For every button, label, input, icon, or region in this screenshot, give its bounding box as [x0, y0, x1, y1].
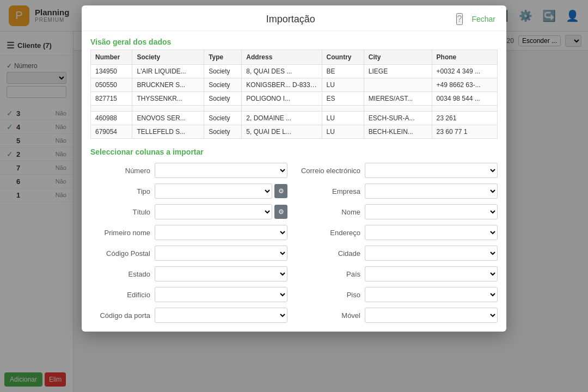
select-estado[interactable]	[155, 266, 287, 281]
label-numero: Número	[90, 167, 150, 175]
cell-country: ES	[322, 92, 364, 106]
selectors-title: Seleccionar colunas a importar	[90, 148, 498, 156]
cell-address: POLIGONO I...	[242, 92, 322, 106]
cell-number: 679054	[91, 125, 132, 139]
select-wrap-titulo: ⚙	[155, 204, 287, 219]
cell-country: LU	[322, 112, 364, 125]
label-piso: Piso	[301, 291, 360, 299]
cell-address: 2, DOMAINE ...	[242, 112, 322, 125]
label-edificio: Edifício	[90, 291, 150, 299]
cell-country	[322, 106, 364, 112]
cell-phone: 23 261	[432, 112, 497, 125]
select-wrap-codigo-postal	[155, 246, 287, 261]
modal-title: Importação	[125, 14, 456, 25]
label-movel: Móvel	[301, 311, 360, 320]
select-piso[interactable]	[365, 287, 498, 302]
select-wrap-edificio	[155, 287, 287, 302]
select-wrap-piso	[365, 287, 498, 302]
select-wrap-cidade	[365, 246, 498, 261]
selectors-section: Seleccionar colunas a importar Número Co…	[82, 143, 506, 332]
cell-type: Society	[204, 112, 242, 125]
select-numero[interactable]	[155, 163, 287, 178]
label-primeiro-nome: Primeiro nome	[90, 229, 150, 237]
cell-phone	[432, 106, 497, 112]
cell-society: ENOVOS SER...	[132, 112, 204, 125]
select-primeiro-nome[interactable]	[155, 225, 287, 240]
select-cidade[interactable]	[365, 246, 498, 261]
data-table: Number Society Type Address Country City…	[90, 50, 498, 139]
select-titulo[interactable]	[155, 204, 272, 219]
cell-society: L'AIR LIQUIDE...	[132, 65, 204, 78]
cell-type: Society	[204, 78, 242, 92]
cell-phone: +49 8662 63-...	[432, 78, 497, 92]
table-row: 460988 ENOVOS SER... Society 2, DOMAINE …	[91, 112, 498, 125]
cell-country: LU	[322, 78, 364, 92]
selectors-grid: Número Correio electrónico Tipo	[90, 163, 498, 323]
select-email[interactable]	[365, 163, 498, 178]
select-codigo-postal[interactable]	[155, 246, 287, 261]
cell-phone: 23 60 77 1	[432, 125, 497, 139]
label-tipo: Tipo	[90, 187, 150, 195]
field-row-empresa: Empresa	[301, 183, 498, 199]
cell-city	[364, 106, 432, 112]
field-row-nome: Nome	[301, 204, 498, 219]
cell-number	[91, 106, 132, 112]
select-codigo-porta[interactable]	[155, 308, 287, 323]
field-row-titulo: Título ⚙	[90, 204, 287, 219]
cell-type	[204, 106, 242, 112]
field-row-codigo-postal: Código Postal	[90, 246, 287, 261]
gear-tipo-button[interactable]: ⚙	[274, 184, 287, 198]
cell-address: KONIGSBER... D-83313 SIE...	[242, 78, 322, 92]
cell-address: 5, QUAI DE L...	[242, 125, 322, 139]
cell-society	[132, 106, 204, 112]
select-movel[interactable]	[365, 308, 498, 323]
close-button[interactable]: Fechar	[471, 15, 495, 23]
select-wrap-primeiro-nome	[155, 225, 287, 240]
select-wrap-pais	[365, 266, 498, 281]
select-wrap-codigo-porta	[155, 308, 287, 323]
col-address: Address	[242, 50, 322, 65]
field-row-edificio: Edifício	[90, 287, 287, 302]
select-wrap-movel	[365, 308, 498, 323]
cell-address: 8, QUAI DES ...	[242, 65, 322, 78]
col-city: City	[364, 50, 432, 65]
cell-address	[242, 106, 322, 112]
cell-phone: +0032 4 349 ...	[432, 65, 497, 78]
select-wrap-email	[365, 163, 498, 178]
table-row: 134950 L'AIR LIQUIDE... Society 8, QUAI …	[91, 65, 498, 78]
cell-city: BECH-KLEIN...	[364, 125, 432, 139]
select-empresa[interactable]	[365, 183, 498, 199]
field-row-cidade: Cidade	[301, 246, 498, 261]
cell-number: 050550	[91, 78, 132, 92]
field-row-tipo: Tipo ⚙	[90, 183, 287, 199]
cell-society: BRUCKNER S...	[132, 78, 204, 92]
field-row-pais: País	[301, 266, 498, 281]
cell-number: 827715	[91, 92, 132, 106]
field-row-endereco: Endereço	[301, 225, 498, 240]
field-row-piso: Piso	[301, 287, 498, 302]
label-empresa: Empresa	[301, 187, 360, 195]
table-row: 679054 TELLEFELD S... Society 5, QUAI DE…	[91, 125, 498, 139]
cell-city: ESCH-SUR-A...	[364, 112, 432, 125]
label-codigo-postal: Código Postal	[90, 249, 150, 258]
select-pais[interactable]	[365, 266, 498, 281]
cell-city	[364, 78, 432, 92]
label-email: Correio electrónico	[301, 167, 360, 175]
select-wrap-nome	[365, 204, 498, 219]
select-wrap-empresa	[365, 183, 498, 199]
select-edificio[interactable]	[155, 287, 287, 302]
import-modal: Importação ? Fechar Visão geral dos dado…	[82, 5, 506, 332]
col-phone: Phone	[432, 50, 497, 65]
select-nome[interactable]	[365, 204, 498, 219]
select-tipo[interactable]	[155, 183, 272, 199]
cell-number: 134950	[91, 65, 132, 78]
gear-titulo-button[interactable]: ⚙	[274, 205, 287, 219]
select-endereco[interactable]	[365, 225, 498, 240]
modal-overlay: Importação ? Fechar Visão geral dos dado…	[0, 0, 588, 392]
select-wrap-endereco	[365, 225, 498, 240]
help-button[interactable]: ?	[456, 13, 463, 25]
data-overview-title: Visão geral dos dados	[82, 31, 506, 50]
cell-city: MIERES/AST...	[364, 92, 432, 106]
cell-type: Society	[204, 125, 242, 139]
col-type: Type	[204, 50, 242, 65]
